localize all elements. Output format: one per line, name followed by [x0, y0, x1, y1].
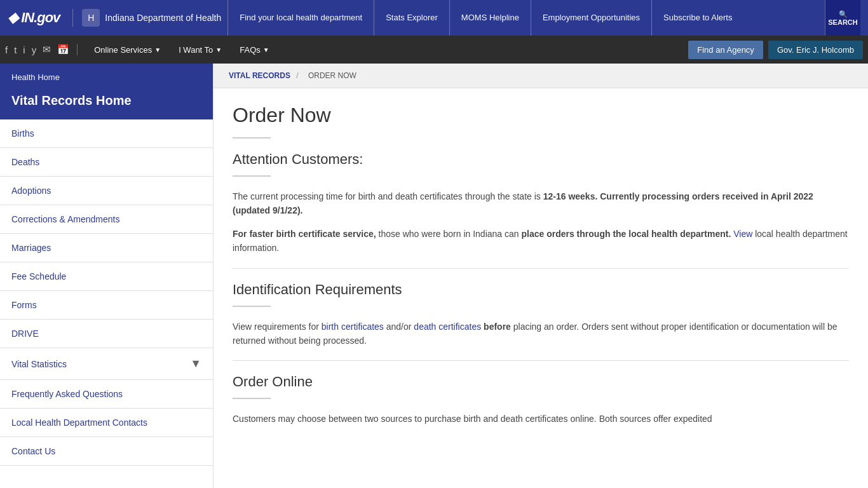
- section3-paragraph1: Customers may choose between two sources…: [233, 412, 849, 426]
- sidebar-item-fee-schedule: Fee Schedule: [0, 262, 213, 291]
- search-button[interactable]: 🔍 SEARCH: [825, 0, 860, 36]
- title-divider: [233, 137, 271, 139]
- section1-bottom-divider: [233, 268, 849, 269]
- section2-title: Identification Requirements: [233, 281, 849, 298]
- page-body: Order Now Attention Customers: The curre…: [214, 88, 868, 451]
- top-nav-subscribe[interactable]: Subscribe to Alerts: [651, 0, 743, 36]
- instagram-icon[interactable]: i: [23, 44, 25, 55]
- top-nav-moms[interactable]: MOMS Helpline: [449, 0, 531, 36]
- sidebar-item-contact: Contact Us: [0, 437, 213, 466]
- nav-i-want-to[interactable]: I Want To ▼: [170, 36, 231, 64]
- top-nav: Find your local health department Stats …: [227, 0, 825, 36]
- facebook-icon[interactable]: f: [5, 44, 8, 55]
- sidebar-item-vital-statistics: Vital Statistics ▼: [0, 348, 213, 380]
- sidebar-link-vital-statistics[interactable]: Vital Statistics ▼: [0, 348, 213, 379]
- sidebar-link-local-health[interactable]: Local Health Department Contacts: [0, 409, 213, 437]
- breadcrumb-current: ORDER NOW: [308, 71, 356, 80]
- sidebar-link-deaths[interactable]: Deaths: [0, 148, 213, 176]
- sidebar-item-forms: Forms: [0, 291, 213, 320]
- i-want-to-dropdown-icon: ▼: [215, 46, 222, 53]
- nav-faqs[interactable]: FAQs ▼: [231, 36, 278, 64]
- birth-certs-link[interactable]: birth certificates: [322, 322, 384, 332]
- page-title: Order Now: [233, 104, 849, 127]
- top-nav-local-health[interactable]: Find your local health department: [227, 0, 374, 36]
- ingov-logo: ◆ IN.gov: [8, 10, 60, 26]
- sidebar-item-marriages: Marriages: [0, 234, 213, 262]
- find-agency-button[interactable]: Find an Agency: [688, 41, 763, 59]
- nav-online-services[interactable]: Online Services ▼: [85, 36, 170, 64]
- sidebar-item-faq: Frequently Asked Questions: [0, 380, 213, 409]
- top-nav-employment[interactable]: Employment Opportunities: [531, 0, 651, 36]
- search-label: SEARCH: [828, 18, 857, 26]
- youtube-icon[interactable]: y: [32, 44, 37, 55]
- sidebar-item-adoptions: Adoptions: [0, 177, 213, 205]
- section3-divider: [233, 398, 271, 399]
- sidebar-vital-records-home[interactable]: Vital Records Home: [0, 88, 213, 119]
- top-bar: ◆ IN.gov H Indiana Department of Health …: [0, 0, 868, 36]
- main-content: VITAL RECORDS / ORDER NOW Order Now Atte…: [214, 64, 868, 488]
- search-icon: 🔍: [839, 10, 848, 18]
- breadcrumb-vital-records[interactable]: VITAL RECORDS: [229, 71, 290, 80]
- dept-area: H Indiana Department of Health: [72, 9, 221, 27]
- gov-button[interactable]: Gov. Eric J. Holcomb: [768, 41, 863, 59]
- sidebar-nav-list: Births Deaths Adoptions Corrections & Am…: [0, 119, 213, 466]
- death-certs-link[interactable]: death certificates: [414, 322, 481, 332]
- sidebar-link-corrections[interactable]: Corrections & Amendments: [0, 205, 213, 233]
- sidebar-link-forms[interactable]: Forms: [0, 291, 213, 319]
- logo-area[interactable]: ◆ IN.gov: [8, 10, 60, 26]
- sidebar: Health Home Vital Records Home Births De…: [0, 64, 214, 488]
- section1-paragraph2: For faster birth certificate service, th…: [233, 227, 849, 255]
- dept-icon: H: [82, 9, 100, 27]
- sidebar-link-fee-schedule[interactable]: Fee Schedule: [0, 262, 213, 290]
- breadcrumb-separator: /: [296, 71, 298, 80]
- section2-divider: [233, 306, 271, 307]
- sidebar-item-deaths: Deaths: [0, 148, 213, 177]
- section3-title: Order Online: [233, 374, 849, 390]
- section2-bottom-divider: [233, 360, 849, 361]
- twitter-icon[interactable]: t: [14, 44, 17, 55]
- sidebar-link-drive[interactable]: DRIVE: [0, 320, 213, 348]
- sidebar-link-contact[interactable]: Contact Us: [0, 437, 213, 465]
- sidebar-link-adoptions[interactable]: Adoptions: [0, 177, 213, 205]
- faqs-dropdown-icon: ▼: [263, 46, 269, 53]
- sidebar-health-home[interactable]: Health Home: [0, 64, 213, 88]
- sidebar-item-births: Births: [0, 119, 213, 148]
- top-nav-stats[interactable]: Stats Explorer: [374, 0, 449, 36]
- section1-divider: [233, 175, 271, 177]
- sidebar-link-marriages[interactable]: Marriages: [0, 234, 213, 262]
- calendar-icon[interactable]: 📅: [57, 44, 69, 55]
- breadcrumb: VITAL RECORDS / ORDER NOW: [214, 64, 868, 88]
- social-icons: f t i y ✉ 📅: [5, 44, 78, 55]
- sidebar-item-local-health: Local Health Department Contacts: [0, 409, 213, 437]
- section2-paragraph1: View requirements for birth certificates…: [233, 320, 849, 348]
- content-area: Health Home Vital Records Home Births De…: [0, 64, 868, 488]
- dept-name: Indiana Department of Health: [105, 13, 221, 23]
- section1-paragraph1: The current processing time for birth an…: [233, 189, 849, 218]
- sidebar-item-drive: DRIVE: [0, 320, 213, 348]
- sidebar-item-corrections: Corrections & Amendments: [0, 205, 213, 234]
- email-icon[interactable]: ✉: [43, 44, 51, 55]
- section1-title: Attention Customers:: [233, 151, 849, 168]
- second-nav-right: Find an Agency Gov. Eric J. Holcomb: [688, 41, 863, 59]
- expand-icon: ▼: [190, 357, 201, 370]
- sidebar-link-births[interactable]: Births: [0, 119, 213, 147]
- second-bar: f t i y ✉ 📅 Online Services ▼ I Want To …: [0, 36, 868, 64]
- view-local-health-link[interactable]: View: [733, 229, 752, 239]
- sidebar-link-faq[interactable]: Frequently Asked Questions: [0, 380, 213, 408]
- second-nav: Online Services ▼ I Want To ▼ FAQs ▼ Fin…: [85, 36, 863, 64]
- online-services-dropdown-icon: ▼: [154, 46, 161, 53]
